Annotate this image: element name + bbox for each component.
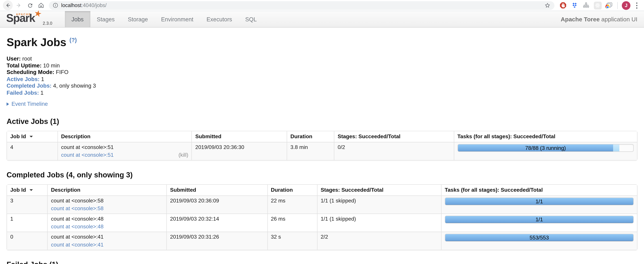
job-id-cell: 0 <box>7 231 47 249</box>
scheduling-mode-label: Scheduling Mode: <box>6 69 54 75</box>
col-job-id[interactable]: Job Id <box>7 131 58 142</box>
col-description[interactable]: Description <box>58 131 192 142</box>
nav-tabs: Jobs Stages Storage Environment Executor… <box>65 11 263 27</box>
col-stages[interactable]: Stages: Succeeded/Total <box>334 131 454 142</box>
browser-menu-button[interactable] <box>632 0 641 10</box>
event-timeline-label: Event Timeline <box>12 100 48 107</box>
user-value: root <box>21 56 32 62</box>
sitemap-extension-icon[interactable] <box>581 0 591 10</box>
dropbox-extension-icon[interactable] <box>570 0 580 10</box>
job-description: count at <console>:58 <box>51 197 163 204</box>
page-title-text: Spark Jobs <box>6 36 66 48</box>
stages-cell: 1/1 (1 skipped) <box>317 195 441 213</box>
reload-button[interactable] <box>25 0 35 10</box>
tab-sql[interactable]: SQL <box>239 11 263 27</box>
active-jobs-heading: Active Jobs (1) <box>6 117 638 125</box>
active-jobs-link[interactable]: Active Jobs: <box>6 76 40 82</box>
forward-button[interactable] <box>14 0 24 10</box>
col-submitted[interactable]: Submitted <box>166 184 267 195</box>
event-timeline-toggle[interactable]: Event Timeline <box>6 100 638 107</box>
home-icon <box>38 2 44 9</box>
col-submitted[interactable]: Submitted <box>192 131 287 142</box>
job-description: count at <console>:51 <box>61 144 188 150</box>
job-id-cell: 1 <box>7 213 47 231</box>
col-tasks[interactable]: Tasks (for all stages): Succeeded/Total <box>454 131 637 142</box>
react-atom-icon <box>594 2 601 9</box>
failed-jobs-link[interactable]: Failed Jobs: <box>6 89 39 96</box>
active-jobs-table: Job Id Description Submitted Duration St… <box>6 131 638 160</box>
progress-label: 78/88 (3 running) <box>458 144 633 151</box>
description-cell: count at <console>:41 count at <console>… <box>47 231 166 249</box>
scheduling-mode-value: FIFO <box>54 69 68 75</box>
url-host: localhost <box>61 3 82 8</box>
summary-scheduling-mode: Scheduling Mode: FIFO <box>6 70 638 75</box>
sort-caret-icon <box>30 189 33 191</box>
completed-jobs-table: Job Id Description Submitted Duration St… <box>6 184 638 250</box>
tasks-cell: 1/1 <box>441 213 637 231</box>
col-job-id[interactable]: Job Id <box>7 184 47 195</box>
forward-arrow-icon <box>16 2 22 9</box>
kill-job-link[interactable]: (kill) <box>178 152 188 158</box>
site-info-icon[interactable] <box>52 3 58 8</box>
job-description: count at <console>:41 <box>51 233 163 240</box>
page-title: Spark Jobs (?) <box>6 36 638 49</box>
job-detail-link[interactable]: count at <console>:48 <box>51 223 104 230</box>
tasks-progress-bar: 1/1 <box>445 197 634 205</box>
app-name-suffix: application UI <box>600 16 638 23</box>
reload-icon <box>27 2 33 9</box>
description-cell: count at <console>:51 count at <console>… <box>58 142 192 160</box>
help-link[interactable]: (?) <box>70 37 77 43</box>
job-detail-link[interactable]: count at <console>:41 <box>51 241 104 248</box>
back-button[interactable] <box>3 0 13 10</box>
submitted-cell: 2019/09/03 20:36:30 <box>192 142 287 160</box>
completed-jobs-heading: Completed Jobs (4, only showing 3) <box>6 171 638 179</box>
table-row: 1 count at <console>:48 count at <consol… <box>7 213 637 231</box>
table-row: 3 count at <console>:58 count at <consol… <box>7 195 637 213</box>
stages-cell: 2/2 <box>317 231 441 249</box>
stages-cell: 1/1 (1 skipped) <box>317 213 441 231</box>
bookmark-star-icon[interactable] <box>544 2 551 9</box>
profile-avatar[interactable]: J <box>622 1 630 10</box>
adblock-extension-icon[interactable] <box>558 0 568 10</box>
react-devtools-extension-icon[interactable] <box>593 0 602 10</box>
table-row: 0 count at <console>:41 count at <consol… <box>7 231 637 249</box>
tasks-progress-bar: 1/1 <box>445 215 634 223</box>
submitted-cell: 2019/09/03 20:32:14 <box>166 213 267 231</box>
stages-cell: 0/2 <box>334 142 454 160</box>
tab-jobs[interactable]: Jobs <box>65 11 90 27</box>
browser-toolbar: localhost:4040/jobs/ <box>0 0 644 11</box>
job-id-cell: 3 <box>7 195 47 213</box>
summary-completed-jobs: Completed Jobs: 4, only showing 3 <box>6 84 638 88</box>
col-description[interactable]: Description <box>47 184 166 195</box>
url-text[interactable]: localhost:4040/jobs/ <box>61 3 544 8</box>
spark-logo[interactable]: APACHE Spark ★ 2.3.0 <box>0 11 65 27</box>
duration-cell: 32 s <box>267 231 317 249</box>
duration-cell: 3.8 min <box>287 142 334 160</box>
chrome-remote-desktop-extension-icon[interactable] <box>604 0 614 10</box>
completed-jobs-link[interactable]: Completed Jobs: <box>6 83 52 89</box>
tab-environment[interactable]: Environment <box>154 11 200 27</box>
col-stages[interactable]: Stages: Succeeded/Total <box>317 184 441 195</box>
job-description: count at <console>:48 <box>51 215 163 222</box>
summary-user: User: root <box>6 56 638 61</box>
tasks-cell: 1/1 <box>441 195 637 213</box>
tab-storage[interactable]: Storage <box>121 11 154 27</box>
tab-stages[interactable]: Stages <box>90 11 121 27</box>
collapsed-arrow-icon <box>6 102 9 106</box>
col-duration[interactable]: Duration <box>267 184 317 195</box>
failed-jobs-heading: Failed Jobs (1) <box>6 260 638 264</box>
tab-executors[interactable]: Executors <box>200 11 239 27</box>
address-bar[interactable]: localhost:4040/jobs/ <box>49 1 554 10</box>
submitted-cell: 2019/09/03 20:31:26 <box>166 231 267 249</box>
logo-spark-text: Spark <box>6 12 35 25</box>
duration-cell: 22 ms <box>267 195 317 213</box>
toolbar-separator <box>617 2 618 9</box>
col-tasks[interactable]: Tasks (for all stages): Succeeded/Total <box>441 184 637 195</box>
col-duration[interactable]: Duration <box>287 131 334 142</box>
job-detail-link[interactable]: count at <console>:58 <box>51 205 104 212</box>
duration-cell: 26 ms <box>267 213 317 231</box>
table-header-row: Job Id Description Submitted Duration St… <box>7 131 637 142</box>
submitted-cell: 2019/09/03 20:36:09 <box>166 195 267 213</box>
job-detail-link[interactable]: count at <console>:51 <box>61 152 114 158</box>
failed-jobs-count: 1 <box>39 89 44 96</box>
